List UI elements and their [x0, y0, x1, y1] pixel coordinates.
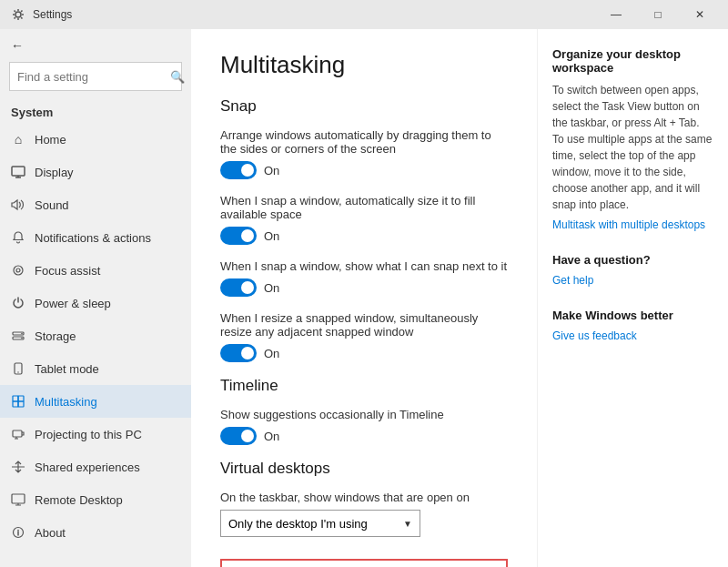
svg-point-0	[15, 12, 21, 17]
power-icon	[11, 296, 25, 310]
svg-point-9	[17, 371, 18, 372]
svg-point-3	[16, 268, 20, 272]
organize-section: Organize your desktop workspace To switc…	[552, 47, 713, 231]
snap-setting-3: When I resize a snapped window, simultan…	[220, 311, 508, 362]
storage-icon	[11, 329, 25, 343]
snap-toggle-row-3: On	[220, 344, 508, 362]
snap-description-3: When I resize a snapped window, simultan…	[220, 311, 508, 339]
about-icon	[11, 525, 25, 540]
organize-title: Organize your desktop workspace	[552, 47, 713, 75]
back-button[interactable]: ←	[11, 38, 24, 53]
title-bar-left: Settings	[11, 7, 72, 22]
sidebar-item-label: Remote Desktop	[35, 493, 123, 507]
sidebar-item-power[interactable]: Power & sleep	[0, 287, 191, 319]
sidebar: ← 🔍 System ⌂ Home Display Sound	[0, 29, 191, 567]
search-input[interactable]	[17, 70, 170, 84]
svg-rect-10	[13, 396, 18, 401]
sidebar-item-sound[interactable]: Sound	[0, 188, 191, 221]
snap-toggle-label-1: On	[264, 229, 279, 243]
search-icon: 🔍	[170, 70, 185, 84]
svg-rect-15	[12, 494, 25, 503]
timeline-toggle-row-0: On	[220, 427, 508, 445]
sidebar-item-multitasking[interactable]: Multitasking	[0, 385, 191, 418]
snap-toggle-row-2: On	[220, 278, 508, 297]
snap-toggle-label-3: On	[264, 347, 279, 360]
display-icon	[11, 165, 25, 179]
snap-description-0: Arrange windows automatically by draggin…	[220, 128, 508, 156]
snap-toggle-2[interactable]	[220, 278, 257, 297]
snap-setting-0: Arrange windows automatically by draggin…	[220, 128, 508, 179]
sidebar-item-label: Power & sleep	[35, 297, 111, 310]
sidebar-item-home[interactable]: ⌂ Home	[0, 123, 191, 156]
main-content: Multitasking Snap Arrange windows automa…	[191, 29, 537, 567]
svg-point-7	[21, 338, 23, 339]
sound-icon	[11, 197, 25, 212]
sidebar-item-remote[interactable]: Remote Desktop	[0, 483, 191, 516]
improve-title: Make Windows better	[552, 309, 713, 322]
close-button[interactable]: ✕	[679, 0, 721, 29]
virtual-desktops-section-title: Virtual desktops	[220, 460, 508, 478]
get-help-link[interactable]: Get help	[552, 274, 713, 287]
organize-link[interactable]: Multitask with multiple desktops	[552, 218, 713, 231]
focus-icon	[11, 263, 25, 278]
home-icon: ⌂	[11, 132, 25, 147]
notifications-icon	[11, 230, 25, 245]
snap-description-1: When I snap a window, automatically size…	[220, 194, 508, 221]
page-title: Multitasking	[220, 51, 508, 79]
snap-toggle-label-0: On	[264, 164, 279, 177]
question-section: Have a question? Get help	[552, 253, 713, 287]
timeline-toggle-0[interactable]	[220, 427, 257, 445]
sidebar-item-label: Display	[35, 166, 74, 179]
sidebar-item-tablet[interactable]: Tablet mode	[0, 352, 191, 385]
feedback-link[interactable]: Give us feedback	[552, 329, 713, 342]
snap-toggle-label-2: On	[264, 281, 279, 295]
svg-rect-12	[13, 401, 18, 407]
svg-point-2	[14, 266, 23, 275]
sidebar-item-about[interactable]: About	[0, 516, 191, 549]
settings-window-icon	[11, 7, 25, 22]
snap-toggle-1[interactable]	[220, 227, 257, 245]
sidebar-item-notifications[interactable]: Notifications & actions	[0, 221, 191, 254]
taskbar-label: On the taskbar, show windows that are op…	[220, 491, 508, 504]
sidebar-item-projecting[interactable]: Projecting to this PC	[0, 418, 191, 451]
title-bar-controls: — □ ✕	[595, 0, 721, 29]
sidebar-item-label: Multitasking	[35, 395, 97, 409]
snap-toggle-0[interactable]	[220, 161, 257, 179]
snap-setting-2: When I snap a window, show what I can sn…	[220, 259, 508, 297]
sidebar-item-shared[interactable]: Shared experiences	[0, 451, 191, 483]
tablet-icon	[11, 361, 25, 376]
taskbar-dropdown-arrow: ▼	[403, 519, 412, 529]
sidebar-item-storage[interactable]: Storage	[0, 319, 191, 352]
search-box[interactable]: 🔍	[9, 62, 182, 91]
system-section-label: System	[0, 98, 191, 123]
timeline-section-title: Timeline	[220, 377, 508, 395]
svg-rect-1	[12, 167, 25, 176]
alt-tab-highlight-box: Pressing Alt+Tab shows windows that are …	[220, 559, 508, 567]
timeline-setting-0: Show suggestions occasionally in Timelin…	[220, 408, 508, 445]
sidebar-item-label: Projecting to this PC	[35, 428, 142, 441]
title-bar-title: Settings	[33, 8, 72, 21]
projecting-icon	[11, 427, 25, 441]
sidebar-item-label: Storage	[35, 329, 76, 343]
taskbar-dropdown[interactable]: Only the desktop I'm using ▼	[220, 510, 420, 537]
minimize-button[interactable]: —	[595, 0, 637, 29]
sidebar-item-label: Home	[35, 133, 66, 147]
sidebar-nav-top: ←	[0, 29, 191, 62]
snap-toggle-row-0: On	[220, 161, 508, 179]
taskbar-dropdown-value: Only the desktop I'm using	[228, 517, 368, 531]
sidebar-item-label: Shared experiences	[35, 461, 140, 474]
snap-toggle-3[interactable]	[220, 344, 257, 362]
sidebar-item-label: Sound	[35, 198, 69, 212]
right-panel: Organize your desktop workspace To switc…	[537, 29, 728, 567]
sidebar-item-display[interactable]: Display	[0, 156, 191, 188]
sidebar-item-focus[interactable]: Focus assist	[0, 254, 191, 287]
sidebar-item-label: Notifications & actions	[35, 231, 151, 245]
sidebar-item-label: Focus assist	[35, 264, 100, 278]
sidebar-item-label: About	[35, 526, 66, 540]
multitasking-icon	[11, 394, 25, 409]
taskbar-setting: On the taskbar, show windows that are op…	[220, 491, 508, 537]
snap-description-2: When I snap a window, show what I can sn…	[220, 259, 508, 273]
maximize-button[interactable]: □	[637, 0, 679, 29]
svg-point-6	[21, 333, 23, 335]
snap-toggle-row-1: On	[220, 227, 508, 245]
